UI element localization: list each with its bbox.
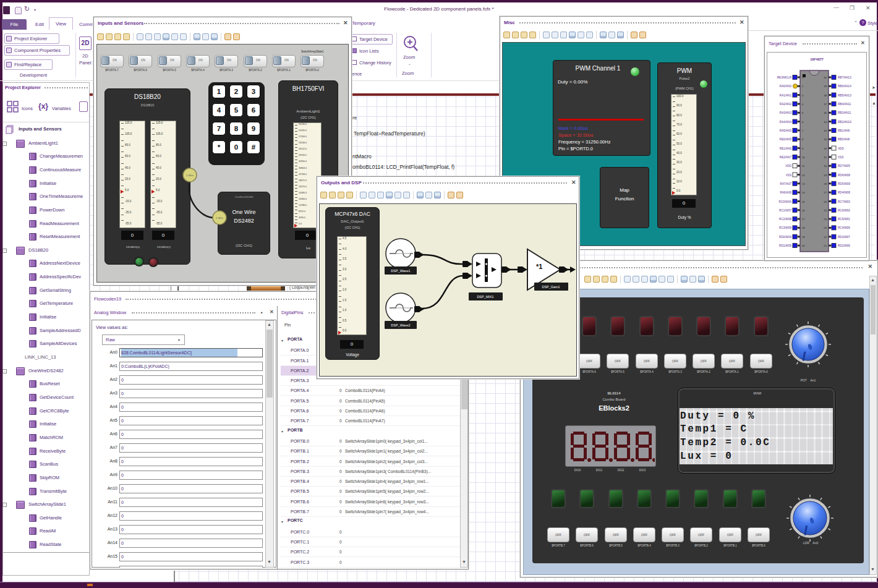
svg-text:37: 37 <box>824 103 827 106</box>
svg-text:24: 24 <box>824 218 827 221</box>
svg-text:40: 40 <box>824 76 827 79</box>
svg-text:23: 23 <box>824 226 827 229</box>
svg-text:12: 12 <box>802 174 805 177</box>
svg-text:DSP_Gain1: DSP_Gain1 <box>542 285 560 289</box>
svg-text:RC4/W06: RC4/W06 <box>838 226 850 229</box>
svg-text:RD0/W04: RD0/W04 <box>779 236 791 239</box>
svg-text:RB6/AN14: RB6/AN14 <box>838 85 851 88</box>
svg-text:RA5/AN5: RA5/AN5 <box>780 129 792 132</box>
svg-text:RC5/W01: RC5/W01 <box>838 218 850 221</box>
svg-text:18: 18 <box>802 226 805 229</box>
svg-text:39: 39 <box>824 85 827 88</box>
svg-text:DSP_Wave2: DSP_Wave2 <box>391 323 410 327</box>
svg-text:34: 34 <box>824 129 827 132</box>
svg-text:RE3/MCLR: RE3/MCLR <box>777 76 792 79</box>
svg-text:RE1/AN6: RE1/AN6 <box>780 147 792 150</box>
svg-text:RA2/AN2: RA2/AN2 <box>780 103 792 106</box>
svg-text:33: 33 <box>824 138 827 141</box>
svg-text:38: 38 <box>824 94 827 97</box>
svg-text:32: 32 <box>824 147 827 150</box>
svg-text:RD5/W09: RD5/W09 <box>838 182 850 185</box>
svg-text:31: 31 <box>824 156 827 159</box>
svg-text:RA1/AN1: RA1/AN1 <box>780 94 792 97</box>
svg-text:RB2/AN10: RB2/AN10 <box>838 121 851 124</box>
svg-text:19: 19 <box>802 236 805 239</box>
svg-text:RC7/W03: RC7/W03 <box>838 200 850 203</box>
svg-text:RD2/W06: RD2/W06 <box>838 244 850 247</box>
svg-text:RE2/AN7: RE2/AN7 <box>780 156 792 159</box>
svg-text:1-Wire: 1-Wire <box>186 174 194 177</box>
svg-text:RA6/A06: RA6/A06 <box>780 191 792 194</box>
svg-text:VDD: VDD <box>785 164 791 168</box>
svg-text:22: 22 <box>824 236 827 239</box>
svg-text:15: 15 <box>802 200 805 203</box>
svg-text:RC6/W02: RC6/W02 <box>838 209 850 212</box>
svg-text:RD6/W08: RD6/W08 <box>838 174 850 177</box>
svg-text:RA0/AN0: RA0/AN0 <box>780 85 792 88</box>
svg-text:RA3/AN3: RA3/AN3 <box>780 111 792 114</box>
svg-text:16F4877: 16F4877 <box>810 58 824 61</box>
svg-text:30: 30 <box>824 164 827 168</box>
svg-text:RB0/AN8: RB0/AN8 <box>838 138 850 141</box>
svg-text:RC2/W08: RC2/W08 <box>779 218 791 221</box>
svg-text:RC3/W09: RC3/W09 <box>779 226 791 229</box>
svg-text:RD3/W07: RD3/W07 <box>838 236 850 239</box>
svg-text:RA4/AN4: RA4/AN4 <box>780 121 792 124</box>
svg-text:20: 20 <box>802 244 805 247</box>
svg-text:RC0/W0A: RC0/W0A <box>779 200 792 203</box>
svg-text:1-Wire: 1-Wire <box>216 216 224 219</box>
svg-text:*1: *1 <box>536 263 542 270</box>
svg-text:35: 35 <box>824 121 827 124</box>
svg-text:29: 29 <box>824 174 827 177</box>
svg-text:DSP_Wave1: DSP_Wave1 <box>391 269 410 273</box>
svg-text:DSP_MIX1: DSP_MIX1 <box>477 295 493 299</box>
svg-text:RD4/W08: RD4/W08 <box>838 191 850 194</box>
svg-text:25: 25 <box>824 209 827 212</box>
svg-text:RB4/AN11: RB4/AN11 <box>838 103 851 106</box>
svg-text:RC1/W07: RC1/W07 <box>779 209 791 212</box>
svg-text:28: 28 <box>824 182 827 185</box>
svg-text:17: 17 <box>802 218 805 221</box>
svg-text:RA7/A07: RA7/A07 <box>780 182 792 185</box>
svg-text:RB3/AN11: RB3/AN11 <box>838 111 851 114</box>
svg-text:13: 13 <box>802 182 805 185</box>
svg-text:RE0/AN5: RE0/AN5 <box>780 138 792 141</box>
svg-text:14: 14 <box>802 191 805 194</box>
svg-text:36: 36 <box>824 111 827 114</box>
svg-text:16: 16 <box>802 209 805 212</box>
svg-text:VDD: VDD <box>838 147 844 150</box>
svg-text:RB7/AN13: RB7/AN13 <box>838 76 851 79</box>
svg-text:VSS: VSS <box>786 174 791 177</box>
svg-text:10: 10 <box>802 156 805 159</box>
svg-text:11: 11 <box>802 164 805 168</box>
svg-text:26: 26 <box>824 200 827 203</box>
svg-text:VSS: VSS <box>838 156 843 159</box>
svg-text:21: 21 <box>824 244 827 247</box>
svg-text:27: 27 <box>824 191 827 194</box>
svg-text:RB5/AN13: RB5/AN13 <box>838 94 851 97</box>
svg-text:RD7/W05: RD7/W05 <box>838 164 850 168</box>
svg-text:RD1/W05: RD1/W05 <box>779 244 791 247</box>
svg-text:RB1/AN9: RB1/AN9 <box>838 129 850 132</box>
